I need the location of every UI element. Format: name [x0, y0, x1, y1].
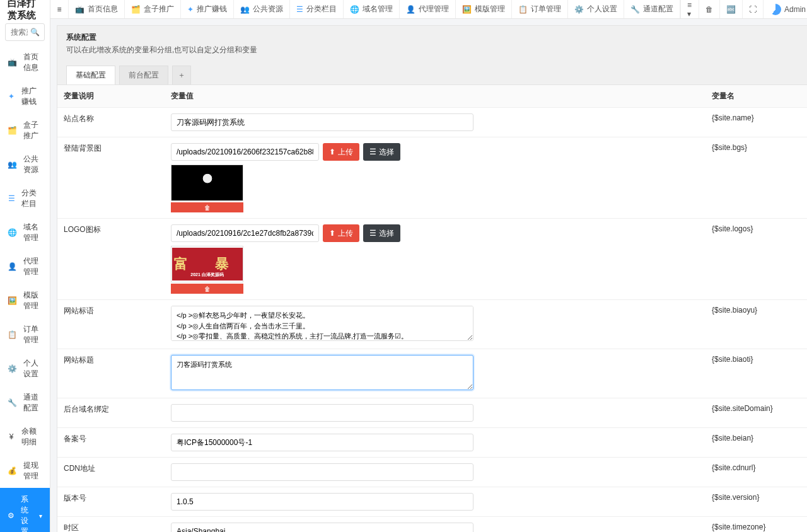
tab-basic[interactable]: 基础配置 — [66, 66, 115, 84]
topnav-template[interactable]: 🖼️模版管理 — [456, 0, 512, 18]
timezone-input[interactable] — [171, 523, 473, 532]
row-label: 后台域名绑定 — [57, 398, 165, 427]
public-icon: 👥 — [8, 160, 17, 169]
sidebar-item-agent[interactable]: 👤代理管理 — [0, 250, 50, 284]
row-var: {$site.logos} — [705, 219, 807, 299]
topbar-actions: ≡ ▾ 🗑 🔤 ⛶ Admin ⚙ — [680, 0, 807, 18]
list-dropdown[interactable]: ≡ ▾ — [680, 0, 699, 18]
share-icon: ✦ — [187, 5, 194, 14]
sidebar-item-box[interactable]: 🗂️盒子推广 — [0, 113, 50, 147]
menu-search: 🔍 — [5, 23, 45, 41]
home-icon: 📺 — [8, 58, 17, 67]
sidebar-item-balance[interactable]: ¥余额明细 — [0, 420, 50, 454]
sidebar-item-public[interactable]: 👥公共资源 — [0, 147, 50, 182]
tab-frontend[interactable]: 前台配置 — [119, 66, 168, 84]
home-icon: 📺 — [75, 5, 84, 14]
logos-input[interactable] — [171, 224, 319, 242]
topnav-agent[interactable]: 👤代理管理 — [400, 0, 456, 18]
topnav-personal[interactable]: ⚙️个人设置 — [568, 0, 624, 18]
sidebar-item-order[interactable]: 📋订单管理 — [0, 318, 50, 352]
sidebar-item-promote[interactable]: ✦推广赚钱 — [0, 79, 50, 113]
box-icon: 🗂️ — [131, 5, 141, 14]
sidebar: 白泽打赏系统 🔍 📺首页信息 ✦推广赚钱 🗂️盒子推广 👥公共资源 ☰分类栏目 … — [0, 0, 50, 532]
row-version: 版本号 {$site.version} — [57, 487, 807, 517]
sidebar-item-domain[interactable]: 🌐域名管理 — [0, 216, 50, 250]
sidebar-label: 模版管理 — [23, 290, 42, 311]
beian-input[interactable] — [171, 434, 473, 451]
upload-button[interactable]: ⬆上传 — [323, 143, 359, 161]
template-icon: 🖼️ — [8, 296, 17, 305]
topnav-promote[interactable]: ✦推广赚钱 — [181, 0, 234, 18]
trash-icon: 🗑 — [705, 5, 713, 14]
topbar: ≡ 📺首页信息 🗂️盒子推广 ✦推广赚钱 👥公共资源 ☰分类栏目 🌐域名管理 👤… — [50, 0, 807, 19]
topnav-home[interactable]: 📺首页信息 — [69, 0, 125, 18]
sidebar-item-category[interactable]: ☰分类栏目 — [0, 182, 50, 216]
topnav-order[interactable]: 📋订单管理 — [512, 0, 568, 18]
share-icon: ✦ — [8, 92, 15, 101]
row-biaoyu: 网站标语 {$site.biaoyu} — [57, 300, 807, 349]
topnav-box[interactable]: 🗂️盒子推广 — [125, 0, 181, 18]
bgs-delete[interactable]: 🗑 — [171, 202, 243, 212]
gear-icon: ⚙ — [8, 511, 15, 520]
list-icon: ☰ — [296, 5, 303, 14]
hamburger-button[interactable]: ≡ — [50, 0, 69, 18]
row-label: CDN地址 — [57, 458, 165, 487]
sitedomain-input[interactable] — [171, 404, 473, 422]
sidebar-label: 个人设置 — [23, 358, 42, 379]
select-button[interactable]: ☰选择 — [363, 143, 400, 161]
sidebar-item-home[interactable]: 📺首页信息 — [0, 45, 50, 79]
person-icon: ⚙️ — [8, 364, 17, 373]
select-button[interactable]: ☰选择 — [363, 224, 400, 242]
translate-icon: 🔤 — [726, 5, 736, 14]
tab-add[interactable]: ＋ — [172, 66, 191, 84]
version-input[interactable] — [171, 493, 473, 511]
user-menu[interactable]: Admin — [763, 0, 807, 18]
app-title: 白泽打赏系统 — [0, 0, 50, 19]
row-timezone: 时区 {$site.timezone} — [57, 517, 807, 532]
header-var: 变量名 — [705, 85, 807, 107]
list-icon: ☰ — [369, 229, 376, 238]
domain-icon: 🌐 — [8, 228, 17, 237]
sidebar-item-withdraw[interactable]: 💰提现管理 — [0, 454, 50, 488]
row-bgs: 登陆背景图 ⬆上传 ☰选择 🗑 {$site.bgs} — [57, 137, 807, 219]
sidebar-item-system[interactable]: ⚙系统设置▾ — [0, 488, 50, 532]
sidebar-item-channel[interactable]: 🔧通道配置 — [0, 386, 50, 420]
row-logos: LOGO图标 ⬆上传 ☰选择 富 暴 2021 白泽奖源码 — [57, 219, 807, 300]
sidebar-label: 通道配置 — [23, 392, 42, 413]
withdraw-icon: 💰 — [8, 466, 17, 475]
row-var: {$site.version} — [705, 487, 807, 516]
main: ≡ 📺首页信息 🗂️盒子推广 ✦推广赚钱 👥公共资源 ☰分类栏目 🌐域名管理 👤… — [50, 0, 807, 532]
cdnurl-input[interactable] — [171, 463, 473, 481]
logos-delete[interactable]: 🗑 — [171, 284, 243, 294]
fullscreen-button[interactable]: ⛶ — [742, 0, 763, 18]
row-var: {$site.timezone} — [705, 517, 807, 532]
row-label: 时区 — [57, 517, 165, 532]
row-label: 备案号 — [57, 428, 165, 457]
topnav-channel[interactable]: 🔧通道配置 — [624, 0, 680, 18]
biaoyu-textarea[interactable] — [171, 306, 473, 341]
channel-icon: 🔧 — [630, 5, 640, 14]
bgs-preview — [171, 165, 243, 201]
agent-icon: 👤 — [406, 5, 415, 14]
box-icon: 🗂️ — [8, 126, 17, 135]
biaoti-textarea[interactable] — [171, 355, 473, 390]
lang-button[interactable]: 🔤 — [719, 0, 742, 18]
config-tabs: 基础配置 前台配置 ＋ — [57, 62, 807, 85]
sidebar-label: 域名管理 — [23, 222, 42, 243]
content: 系统配置 可以在此增改系统的变量和分组,也可以自定义分组和变量 基础配置 前台配… — [50, 19, 807, 532]
domain-icon: 🌐 — [350, 5, 359, 14]
row-var: {$site.cdnurl} — [705, 458, 807, 487]
topnav-category[interactable]: ☰分类栏目 — [290, 0, 344, 18]
sidebar-item-personal[interactable]: ⚙️个人设置 — [0, 352, 50, 386]
topnav-public[interactable]: 👥公共资源 — [234, 0, 290, 18]
topnav-domain[interactable]: 🌐域名管理 — [344, 0, 400, 18]
sidebar-item-template[interactable]: 🖼️模版管理 — [0, 284, 50, 318]
row-label: 网站标语 — [57, 300, 165, 349]
upload-button[interactable]: ⬆上传 — [323, 224, 359, 242]
trash-button[interactable]: 🗑 — [699, 0, 719, 18]
sitename-input[interactable] — [171, 113, 473, 131]
template-icon: 🖼️ — [462, 5, 472, 14]
panel-subtitle: 可以在此增改系统的变量和分组,也可以自定义分组和变量 — [66, 45, 807, 55]
sidebar-label: 订单管理 — [23, 324, 42, 345]
bgs-input[interactable] — [171, 143, 319, 161]
